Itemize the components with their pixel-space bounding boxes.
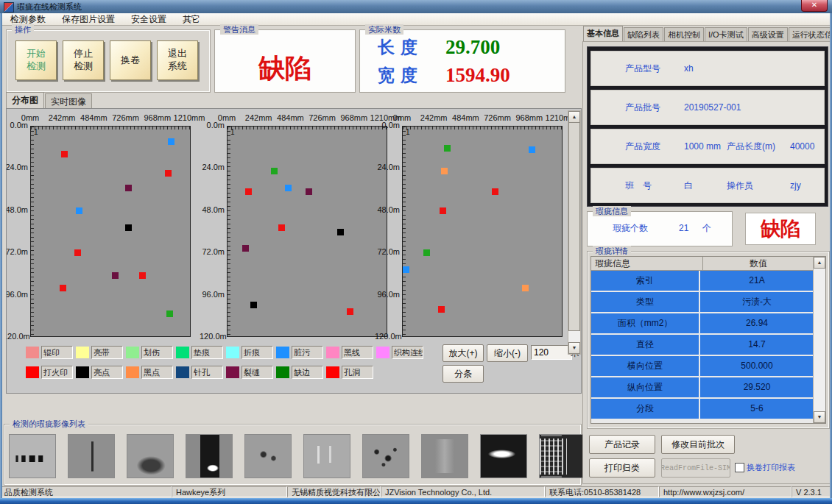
meter-label: 长度 [378, 36, 445, 59]
distribution-chart-area: ▲ ▼ 放大(+) 缩小(-) 米 分条 0mm242mm484mm726mm9… [6, 108, 582, 394]
zoom-out-button[interactable]: 缩小(-) [487, 344, 528, 362]
operation-button[interactable]: 开始 检测 [15, 40, 57, 80]
plot-corner-label: 1 [406, 128, 410, 136]
y-tick-label: 0.0m [200, 121, 225, 129]
y-tick-label: 24.0m [200, 163, 225, 171]
legend-label: 裂缝 [242, 366, 273, 379]
operation-button[interactable]: 停止 检测 [63, 40, 104, 80]
legend-item: 针孔 [176, 366, 223, 379]
defect-thumbnail[interactable] [68, 434, 115, 478]
meters-group: 实际米数 长度29.700宽度1594.90 [359, 29, 565, 93]
defect-detail-row[interactable]: 分段5-6 [591, 399, 814, 419]
axis-ticks-left [403, 127, 406, 336]
defect-detail-row[interactable]: 面积（mm2）26.94 [591, 313, 814, 333]
legend-item: 亮带 [76, 346, 123, 359]
menu-item[interactable]: 安全设置 [123, 13, 174, 25]
product-record-button[interactable]: 产品记录 [589, 435, 655, 454]
y-tick-label: 120.0m [200, 332, 225, 341]
defect-detail-row[interactable]: 横向位置500.000 [591, 356, 814, 376]
right-tab[interactable]: 运行状态信息 [789, 27, 832, 41]
basic-info-tab-content: 产品型号xh产品批号20190527-001产品宽度1000 mm产品长度(m)… [582, 41, 831, 484]
print-report-checkbox[interactable] [735, 463, 744, 472]
menu-item[interactable]: 检测参数 [2, 13, 54, 25]
y-tick-label: 72.0m [375, 247, 400, 256]
x-tick-label: 968mm [340, 113, 367, 122]
defect-thumbnail[interactable] [244, 434, 292, 478]
scroll-up-icon[interactable]: ▲ [814, 257, 825, 269]
operation-button[interactable]: 换卷 [110, 40, 151, 80]
product-row: 产品批号20190527-001 [590, 90, 825, 125]
scroll-down-icon[interactable]: ▼ [814, 411, 825, 423]
close-button[interactable]: ✕ [801, 0, 828, 12]
defect-detail-row[interactable]: 纵向位置29.520 [591, 377, 814, 397]
view-tab[interactable]: 实时图像 [45, 93, 92, 109]
defect-point [440, 207, 446, 214]
defect-point [76, 207, 82, 214]
menu-item[interactable]: 其它 [174, 13, 208, 25]
defect-thumbnail[interactable] [127, 434, 174, 478]
defect-thumbnail[interactable] [421, 434, 468, 478]
status-segment: Hawkeye系列 [172, 486, 287, 497]
print-classify-button[interactable]: 打印归类 [589, 458, 655, 478]
y-tick-label: 96.0m [375, 290, 400, 299]
defect-thumbnail[interactable] [362, 434, 409, 478]
right-tab[interactable]: 缺陷列表 [624, 27, 663, 41]
zoom-in-button[interactable]: 放大(+) [443, 344, 484, 362]
legend-swatch [326, 347, 339, 358]
scatter-plot: 1 [30, 126, 191, 337]
legend-item: 折痕 [226, 346, 273, 359]
operation-button[interactable]: 退出 系统 [157, 40, 198, 80]
right-tab[interactable]: I/O卡测试 [705, 27, 747, 41]
detail-key: 横向位置 [591, 356, 700, 376]
product-field: 产品批号 [625, 90, 660, 124]
scroll-up-icon[interactable]: ▲ [568, 111, 580, 123]
detail-value: 21A [700, 271, 814, 291]
meters-range-input[interactable] [531, 345, 572, 360]
detail-value: 26.94 [700, 313, 814, 333]
split-button[interactable]: 分条 [443, 365, 484, 383]
defect-point [492, 188, 498, 195]
detail-key: 分段 [591, 399, 700, 419]
detail-key: 类型 [591, 292, 700, 312]
defect-thumbnail[interactable] [303, 434, 350, 478]
x-tick-label: 242mm [245, 113, 272, 122]
product-field: xh [684, 52, 694, 85]
defect-point [306, 188, 312, 195]
y-tick-label: 24.0m [375, 163, 400, 171]
defect-thumbnail[interactable] [9, 434, 56, 478]
legend-label: 黑点 [141, 366, 173, 379]
product-field: zjy [790, 168, 801, 202]
right-panel: 基本信息缺陷列表相机控制I/O卡测试高级设置运行状态信息 产品型号xh产品批号2… [582, 28, 832, 486]
right-tab[interactable]: 基本信息 [583, 26, 623, 41]
scrollbar-thumb[interactable] [568, 122, 580, 331]
legend-item: 缺边 [276, 366, 323, 379]
view-tab[interactable]: 分布图 [6, 92, 44, 109]
defect-detail-row[interactable]: 索引21A [591, 271, 814, 291]
legend-swatch [276, 366, 289, 378]
meter-row: 长度29.700 [360, 33, 565, 61]
defect-alert-badge: 缺陷 [745, 213, 816, 245]
defect-thumbnail[interactable] [480, 434, 527, 478]
legend-swatch [226, 347, 239, 358]
detail-scrollbar[interactable]: ▲ ▼ [813, 257, 825, 423]
product-info-panel: 产品型号xh产品批号20190527-001产品宽度1000 mm产品长度(m)… [587, 46, 828, 207]
modify-batch-button[interactable]: 修改目前批次 [661, 435, 735, 454]
defect-point [245, 188, 252, 195]
right-tab[interactable]: 高级设置 [748, 27, 788, 41]
defect-thumbnail[interactable] [539, 434, 586, 478]
axis-ticks-top [31, 127, 190, 129]
thumbnail-list [9, 434, 586, 478]
defect-detail-row[interactable]: 类型污渍-大 [591, 292, 814, 312]
defect-detail-row[interactable]: 直径14.7 [591, 335, 814, 355]
scroll-down-icon[interactable]: ▼ [568, 342, 580, 354]
menu-item[interactable]: 保存图片设置 [54, 13, 123, 25]
x-axis-labels: 0mm242mm484mm726mm968mm1210mm [227, 113, 386, 124]
defect-point [112, 272, 119, 279]
status-segment: 无锡精质视觉科技有限公司 [287, 486, 381, 497]
right-tab[interactable]: 相机控制 [664, 27, 704, 41]
defect-thumbnail[interactable] [186, 434, 233, 478]
defect-point [60, 285, 66, 291]
legend-row: 辊印亮带划伤垫痕折痕脏污黑线织构连线 [26, 346, 423, 359]
chart-scrollbar[interactable]: ▲ ▼ [568, 110, 581, 355]
legend-item: 脏污 [276, 346, 323, 359]
